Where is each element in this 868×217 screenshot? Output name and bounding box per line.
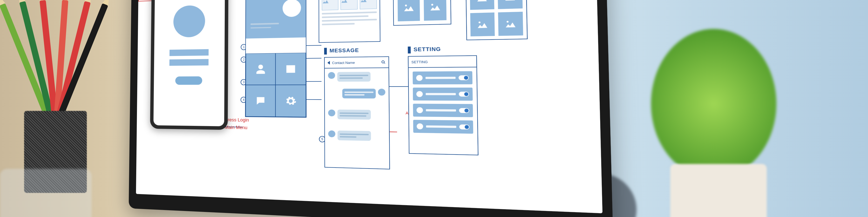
username-field[interactable] xyxy=(169,49,209,56)
choose-tile-3[interactable] xyxy=(398,0,420,22)
menu-tile-gallery[interactable] xyxy=(275,53,306,85)
wireframe-gallery[interactable] xyxy=(465,0,528,40)
svg-line-1 xyxy=(305,58,321,58)
setting-row-3[interactable] xyxy=(413,104,473,117)
desk-glass xyxy=(0,169,92,217)
menu-tile-message[interactable] xyxy=(246,85,276,117)
message-contact-name: Contact Name xyxy=(332,61,355,65)
menu-sub-line xyxy=(250,27,271,28)
section-title-setting: SETTING xyxy=(408,46,441,54)
wireframe-choose-picture[interactable] xyxy=(393,0,452,26)
image-icon xyxy=(285,63,296,74)
chat-icon xyxy=(255,95,266,106)
svg-point-10 xyxy=(431,4,433,6)
svg-point-16 xyxy=(506,21,508,23)
svg-point-15 xyxy=(478,22,480,23)
setting-row-icon xyxy=(416,91,423,97)
search-icon[interactable] xyxy=(381,60,386,64)
password-field[interactable] xyxy=(169,59,209,66)
message-out-1 xyxy=(342,89,385,99)
menu-name-line xyxy=(250,23,279,25)
wireframe-login[interactable] xyxy=(153,0,225,126)
menu-tile-settings[interactable] xyxy=(275,85,306,117)
setting-row-icon xyxy=(416,123,423,129)
menu-avatar xyxy=(283,0,301,17)
section-title-message: MESSAGE xyxy=(324,47,359,55)
setting-header: SETTING xyxy=(408,56,476,68)
desk-plant-right xyxy=(651,29,776,179)
device-frame-phone xyxy=(150,0,228,130)
avatar-icon xyxy=(378,89,385,96)
avatar-icon xyxy=(328,110,335,116)
message-header: Contact Name xyxy=(325,57,389,68)
article-text-lines xyxy=(322,11,377,27)
article-thumb-1[interactable] xyxy=(322,0,339,10)
toggle-switch[interactable] xyxy=(459,108,469,113)
gallery-tile-5[interactable] xyxy=(470,12,495,36)
gear-icon xyxy=(285,95,296,106)
setting-row-icon xyxy=(416,75,423,81)
avatar-icon xyxy=(328,130,335,137)
choose-tile-4[interactable] xyxy=(424,0,446,21)
svg-point-9 xyxy=(405,5,407,6)
article-thumb-2[interactable] xyxy=(341,0,358,10)
article-thumb-3[interactable] xyxy=(360,0,377,9)
user-icon xyxy=(255,63,266,74)
menu-header xyxy=(246,0,306,38)
toggle-switch[interactable] xyxy=(459,124,470,129)
wireframe-setting[interactable]: SETTING xyxy=(408,55,478,155)
laptop: MENU MESSAGE SETTING Press Login Main Me… xyxy=(129,0,613,217)
back-icon[interactable] xyxy=(328,61,330,65)
gallery-tile-6[interactable] xyxy=(498,12,523,36)
setting-row-4[interactable] xyxy=(413,120,473,134)
toggle-switch[interactable] xyxy=(459,75,469,80)
message-in-2 xyxy=(328,110,371,120)
laptop-screen: MENU MESSAGE SETTING Press Login Main Me… xyxy=(136,0,602,213)
message-in-1 xyxy=(328,72,371,82)
desk-pencil-cup xyxy=(14,19,96,193)
wireframe-menu[interactable] xyxy=(245,0,307,118)
annotation-press-login: Press Login xyxy=(225,117,249,123)
setting-row-1[interactable] xyxy=(412,71,472,84)
wireframe-article[interactable] xyxy=(318,0,380,43)
svg-point-4 xyxy=(323,0,324,0)
message-in-3 xyxy=(328,130,371,141)
avatar-placeholder xyxy=(173,5,205,38)
toggle-switch[interactable] xyxy=(459,92,469,96)
gallery-tile-4[interactable] xyxy=(498,0,523,9)
wireframe-canvas[interactable]: MENU MESSAGE SETTING Press Login Main Me… xyxy=(136,0,602,213)
menu-tile-profile[interactable] xyxy=(246,53,276,85)
setting-row-icon xyxy=(416,107,423,113)
wireframe-message[interactable]: Contact Name xyxy=(324,56,390,169)
login-button[interactable] xyxy=(175,76,202,85)
gallery-tile-3[interactable] xyxy=(470,0,495,10)
desk-plant-pot xyxy=(670,164,767,217)
setting-row-2[interactable] xyxy=(413,88,473,101)
avatar-icon xyxy=(328,72,335,79)
annotation-main-menu: Main Menu xyxy=(225,125,247,130)
